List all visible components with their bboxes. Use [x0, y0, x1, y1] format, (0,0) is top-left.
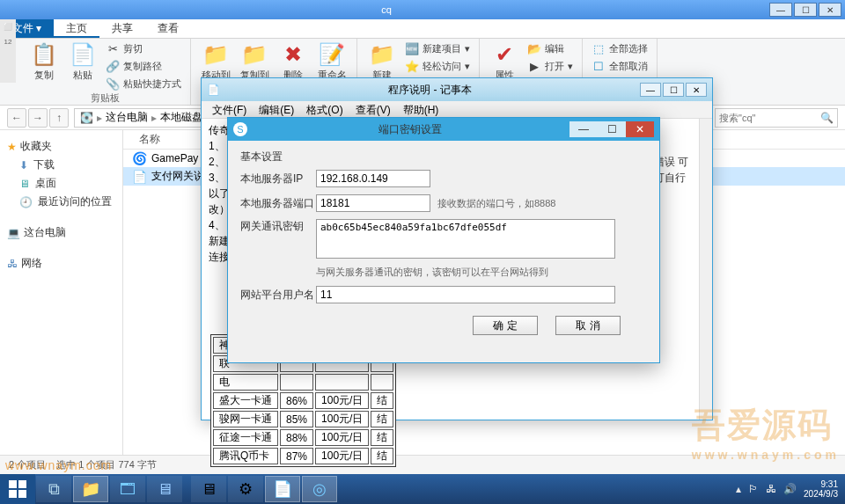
taskbar: ⧉ 📁 🗔 🖥 🖥 ⚙ 📄 ◎ ▴ 🏳 🖧 🔊 9:31 2024/9/3 [0, 474, 845, 504]
tab-home[interactable]: 主页 [54, 19, 99, 38]
notepad-title: 程序说明 - 记事本 [220, 83, 640, 98]
paste-shortcut-button[interactable]: 📎粘贴快捷方式 [104, 76, 183, 91]
system-tray: ▴ 🏳 🖧 🔊 9:31 2024/9/3 [729, 479, 845, 499]
notepad-menu: 文件(F) 编辑(E) 格式(O) 查看(V) 帮助(H) [202, 101, 712, 119]
status-selected: 选中 1 个项目 774 字节 [56, 458, 157, 471]
table-row: 骏网一卡通85%100元/日结 [213, 411, 393, 427]
quick-access-toolbar: ⬜12 [0, 19, 16, 83]
task-app4[interactable]: ⚙ [228, 476, 263, 502]
copy-path-button[interactable]: 🔗复制路径 [104, 58, 183, 74]
table-row: 腾讯Q币卡87%100元/日结 [213, 448, 393, 464]
dialog-title: 端口密钥设置 [251, 122, 569, 137]
explorer-title: cq [4, 4, 769, 15]
nav-forward-button[interactable]: → [28, 108, 48, 128]
menu-edit[interactable]: 编辑(E) [254, 101, 299, 118]
menu-help[interactable]: 帮助(H) [398, 101, 445, 118]
notepad-minimize-button[interactable]: — [640, 83, 661, 97]
notepad-scrollbar[interactable] [699, 119, 712, 420]
nav-desktop[interactable]: 🖥桌面 [4, 174, 119, 193]
tray-sound-icon[interactable]: 🔊 [783, 483, 797, 495]
move-to-button[interactable]: 📁移动到 [198, 40, 233, 82]
status-count: 2 个项目 [9, 458, 46, 471]
start-button[interactable] [0, 474, 35, 504]
task-powershell[interactable]: ⧉ [36, 476, 71, 502]
dialog-close-button[interactable]: ✕ [626, 121, 654, 137]
nav-this-pc[interactable]: 💻这台电脑 [4, 223, 119, 242]
dialog-title-bar[interactable]: S 端口密钥设置 — ☐ ✕ [228, 118, 659, 141]
notepad-close-button[interactable]: ✕ [686, 83, 707, 97]
nav-back-button[interactable]: ← [7, 108, 26, 128]
ribbon-group-clipboard: 剪贴板 [26, 91, 183, 106]
menu-file[interactable]: 文件(F) [207, 101, 252, 118]
dialog-minimize-button[interactable]: — [569, 121, 598, 137]
notepad-icon: 📄 [207, 84, 220, 96]
task-notepad[interactable]: 📄 [265, 476, 300, 502]
search-box[interactable]: 🔍 [715, 108, 838, 128]
select-all-button[interactable]: ⬚全部选择 [590, 40, 650, 56]
task-dialog-app[interactable]: ◎ [302, 476, 337, 502]
explorer-close-button[interactable]: ✕ [819, 3, 841, 17]
port-key-dialog: S 端口密钥设置 — ☐ ✕ 基本设置 本地服务器IP 本地服务器端口 接收数据… [227, 117, 660, 363]
nav-network[interactable]: 🖧网络 [4, 254, 119, 273]
task-explorer[interactable]: 📁 [73, 476, 108, 502]
tray-network-icon[interactable]: 🖧 [766, 483, 776, 495]
task-app2[interactable]: 🖥 [147, 476, 182, 502]
search-input[interactable] [719, 113, 834, 123]
tab-view[interactable]: 查看 [145, 19, 191, 38]
ribbon-tabs: 文件 ▾ 主页 共享 查看 [0, 19, 845, 39]
task-app3[interactable]: 🖥 [191, 476, 226, 502]
nav-recent[interactable]: 🕘最近访问的位置 [4, 193, 119, 211]
explorer-maximize-button[interactable]: ☐ [794, 3, 817, 17]
paste-button[interactable]: 📄粘贴 [65, 40, 100, 82]
navigation-pane: ★收藏夹 ⬇下载 🖥桌面 🕘最近访问的位置 💻这台电脑 🖧网络 [0, 130, 123, 455]
nav-up-button[interactable]: ↑ [49, 108, 69, 128]
port-input[interactable] [316, 194, 430, 212]
notepad-maximize-button[interactable]: ☐ [663, 83, 684, 97]
tray-clock[interactable]: 9:31 2024/9/3 [804, 479, 838, 499]
key-label: 网关通讯密钥 [240, 219, 316, 234]
dialog-group-label: 基本设置 [240, 150, 647, 164]
copy-button[interactable]: 📋复制 [26, 40, 62, 82]
tab-share[interactable]: 共享 [99, 19, 145, 38]
col-name[interactable]: 名称 [132, 132, 167, 147]
copy-to-button[interactable]: 📁复制到 [237, 40, 272, 82]
breadcrumb-seg-pc[interactable]: 这台电脑 [106, 110, 148, 125]
table-row: 征途一卡通88%100元/日结 [213, 429, 393, 446]
table-row: 盛大一卡通86%100元/日结 [213, 392, 393, 409]
nav-favorites[interactable]: ★收藏夹 [4, 137, 119, 156]
key-textarea[interactable] [316, 219, 615, 259]
open-button[interactable]: 📂编辑 [525, 40, 575, 56]
easy-access-button[interactable]: ⭐轻松访问 ▾ [403, 58, 472, 74]
user-input[interactable] [316, 286, 615, 303]
tray-flag-icon[interactable]: 🏳 [748, 483, 759, 495]
port-label: 本地服务器端口 [240, 196, 316, 211]
delete-button[interactable]: ✖删除 [276, 40, 311, 82]
nav-downloads[interactable]: ⬇下载 [4, 156, 119, 174]
notepad-title-bar[interactable]: 📄 程序说明 - 记事本 — ☐ ✕ [202, 78, 712, 101]
search-icon: 🔍 [820, 112, 834, 124]
drive-icon: 💽 [80, 112, 93, 124]
dialog-app-icon: S [233, 122, 247, 136]
explorer-minimize-button[interactable]: — [769, 3, 792, 17]
open-dropdown[interactable]: ▶打开 ▾ [525, 58, 575, 74]
explorer-title-bar[interactable]: cq — ☐ ✕ [0, 0, 845, 19]
ok-button[interactable]: 确 定 [473, 316, 538, 335]
ip-input[interactable] [316, 170, 430, 187]
cut-button[interactable]: ✂剪切 [104, 40, 183, 56]
menu-view[interactable]: 查看(V) [350, 101, 396, 118]
dialog-maximize-button[interactable]: ☐ [598, 121, 626, 137]
table-row: 电 [213, 374, 393, 391]
new-item-button[interactable]: 🆕新建项目 ▾ [403, 40, 472, 56]
user-label: 网站平台用户名 [240, 288, 316, 303]
task-app1[interactable]: 🗔 [110, 476, 145, 502]
properties-button[interactable]: ✔属性 [487, 40, 522, 82]
cancel-button[interactable]: 取 消 [555, 316, 621, 335]
ip-label: 本地服务器IP [240, 172, 316, 186]
select-none-button[interactable]: ☐全部取消 [590, 58, 650, 74]
tray-up-icon[interactable]: ▴ [736, 483, 741, 495]
port-hint: 接收数据的端口号，如8888 [437, 197, 555, 210]
rename-button[interactable]: 📝重命名 [314, 40, 349, 82]
menu-format[interactable]: 格式(O) [301, 101, 348, 118]
breadcrumb-seg-disk[interactable]: 本地磁盘 [160, 110, 202, 125]
status-bar: 2 个项目 选中 1 个项目 774 字节 [0, 455, 845, 474]
